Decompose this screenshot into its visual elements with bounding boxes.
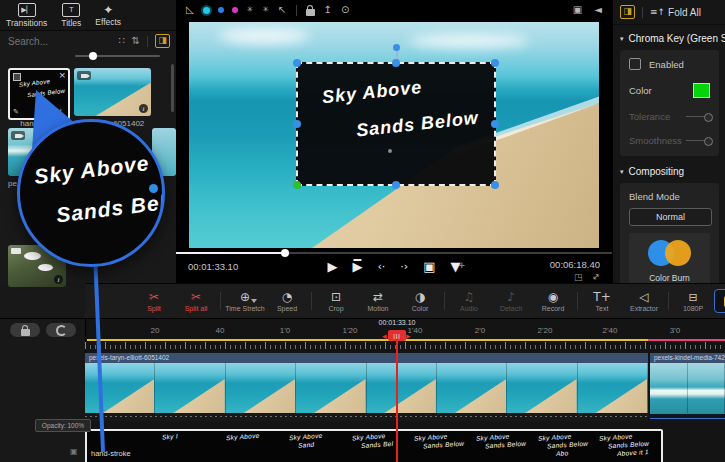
toolbar-split-all[interactable]: ✂Split all — [175, 291, 217, 312]
track-camera-icon[interactable]: ▣ — [70, 447, 78, 456]
selection-checkbox[interactable] — [13, 73, 21, 81]
toolbar-color[interactable]: ◑Color — [399, 291, 441, 312]
media-item-beach-video[interactable]: i — [74, 68, 151, 116]
time-stretch-icon: ⊕ — [240, 291, 250, 304]
cloud — [219, 28, 309, 44]
eye-icon[interactable]: ⊙ — [341, 5, 349, 15]
resize-handle-left[interactable] — [293, 120, 301, 128]
smoothness-label: Smoothness — [629, 135, 682, 146]
blend-mode-dropdown[interactable]: Normal — [629, 208, 712, 226]
play-button[interactable]: ▶ — [327, 259, 337, 275]
resize-handle-tl[interactable] — [293, 59, 301, 67]
resize-handle-tr[interactable] — [491, 59, 499, 67]
play-to-end-button[interactable]: ▶ — [352, 259, 362, 275]
marker-dot-1[interactable] — [218, 7, 224, 13]
tab-transitions[interactable]: ▶▏ Transitions — [6, 3, 47, 28]
resize-handle-br[interactable] — [491, 181, 499, 189]
resize-handle-top[interactable] — [392, 59, 400, 67]
toolbar-label: Extractor — [630, 305, 658, 312]
chroma-key-section-header[interactable]: ▾ Chroma Key (Green Screen) — [613, 25, 725, 48]
info-icon[interactable]: i — [139, 104, 148, 113]
close-icon[interactable]: × — [58, 70, 66, 80]
info-icon[interactable]: i — [56, 106, 65, 115]
toolbar-record[interactable]: ◉Record — [532, 291, 574, 312]
blend-preset-tile[interactable]: Color Burn — [629, 233, 710, 283]
fold-all-icon: ≡↑ — [650, 7, 665, 17]
ruler-mark-1-20: 1'20 — [343, 326, 358, 335]
text-overlay-box[interactable]: Sky Above Sands Below — [296, 62, 496, 186]
toolbar-text[interactable]: T+Text — [581, 291, 623, 312]
preview-toolbar: ◺ ✳ ✳ ↖ ↥ ⊙ ▣ ◄ — [176, 0, 612, 20]
marker-dot-2[interactable] — [232, 7, 238, 13]
opacity-control[interactable]: Opacity: 100% — [35, 419, 91, 432]
toolbar-crop[interactable]: ⊡Crop — [315, 291, 357, 312]
snap-tool-a-icon[interactable]: ✳ — [247, 5, 254, 15]
add-marker-button[interactable]: ▼+ — [451, 259, 461, 275]
titles-icon: T — [62, 3, 80, 17]
library-scrollbar[interactable] — [171, 64, 174, 112]
magnet-snap-button[interactable] — [46, 323, 76, 337]
toolbar-time-stretch[interactable]: ⊕Time Stretch — [224, 291, 266, 312]
toolbar-extractor[interactable]: ◁Extractor — [623, 291, 665, 312]
search-input[interactable] — [6, 35, 111, 48]
sort-icon[interactable]: ⇅ — [132, 36, 140, 46]
thumbnail-size-knob[interactable] — [89, 52, 97, 60]
marker-plus-icon: + — [458, 257, 466, 273]
enabled-checkbox[interactable] — [629, 58, 641, 70]
camera-snapshot-icon[interactable]: ▣ — [573, 5, 582, 15]
thumbnail-size-slider[interactable] — [75, 55, 160, 57]
snapshot-button[interactable]: ▣ — [423, 259, 435, 275]
lock-icon[interactable] — [306, 9, 315, 16]
video-viewport[interactable]: Sky Above Sands Below — [189, 22, 599, 248]
inspector-panel-toggle-icon[interactable]: ◨ — [620, 5, 635, 19]
fullscreen-icon[interactable]: ↕ — [590, 271, 602, 283]
resize-handle-right[interactable] — [491, 120, 499, 128]
toolbar-motion[interactable]: ⇄Motion — [357, 291, 399, 312]
resize-handle-bl[interactable] — [293, 181, 301, 189]
video-clip-taryn[interactable]: pexels-taryn-elliott-6051402 — [85, 353, 648, 421]
snap-tool-b-icon[interactable]: ✳ — [262, 5, 269, 15]
trim-out-handle[interactable]: ▸ — [406, 331, 411, 341]
playhead-line[interactable] — [396, 339, 398, 462]
smoothness-knob[interactable] — [704, 137, 713, 146]
step-back-button[interactable]: ‹· — [377, 259, 385, 275]
seek-knob[interactable] — [281, 249, 289, 257]
grid-view-icon[interactable]: ∷ — [118, 36, 124, 46]
video-clip-kindel[interactable]: pexels-kindel-media-742953 — [650, 353, 725, 421]
tolerance-knob[interactable] — [704, 113, 713, 122]
trim-in-handle[interactable]: ◂ — [382, 331, 387, 341]
text-snapshot: Sky AboveSands Bel — [352, 433, 393, 449]
preview-seek-bar[interactable] — [176, 252, 612, 254]
compare-view-icon[interactable]: ◳ — [574, 272, 583, 282]
step-forward-button[interactable]: ·› — [400, 259, 408, 275]
lock-track-button[interactable] — [10, 323, 40, 337]
ruler-range-line-alt — [648, 339, 725, 341]
toolbar-speed[interactable]: ◔Speed — [266, 291, 308, 312]
fold-all-button[interactable]: ≡↑ Fold All — [650, 7, 701, 18]
media-item-hand-stroke[interactable]: × Sky Above Sands Below ✎ i — [8, 68, 70, 120]
pin-icon[interactable]: ↥ — [324, 5, 332, 15]
toolbar-split[interactable]: ✂Split — [133, 291, 175, 312]
clip-audio-strip — [650, 413, 725, 421]
text-clip-hand-stroke[interactable]: hand-stroke Sky ISky AboveSky AboveSandS… — [85, 429, 663, 462]
volume-icon[interactable]: ◄ — [594, 5, 602, 15]
filmstrip-frame — [226, 363, 296, 413]
export-button[interactable]: ▶ Export — [714, 289, 725, 313]
motion-icon: ⇄ — [373, 291, 383, 304]
mask-ruler-icon[interactable]: ◺ — [186, 5, 194, 15]
tab-titles[interactable]: T Titles — [61, 3, 81, 28]
toolbar-1080p[interactable]: ⊟1080P — [672, 291, 714, 312]
marker-dot-0[interactable] — [203, 7, 210, 14]
compositing-section-header[interactable]: ▾ Compositing — [613, 158, 725, 181]
smoothness-slider[interactable] — [686, 140, 710, 142]
toolbar-detach: ♪Detach — [490, 291, 532, 312]
info-icon[interactable]: i — [54, 275, 63, 284]
tab-effects[interactable]: ✦ Effects — [95, 4, 121, 27]
library-panel-toggle-icon[interactable]: ◨ — [155, 34, 170, 48]
resize-handle-bottom[interactable] — [392, 181, 400, 189]
select-cursor-icon[interactable]: ↖ — [278, 5, 286, 15]
rotate-handle[interactable] — [393, 44, 400, 51]
toolbar-label: 1080P — [683, 305, 703, 312]
tolerance-slider[interactable] — [686, 116, 710, 118]
chroma-color-swatch[interactable] — [693, 83, 710, 98]
